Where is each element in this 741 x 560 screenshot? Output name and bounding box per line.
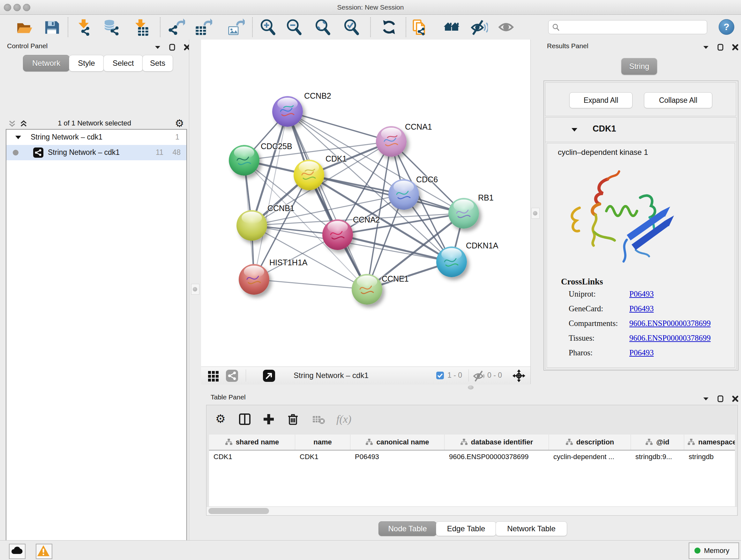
zoom-check-icon[interactable] <box>343 18 360 36</box>
main-toolbar: ? <box>0 15 741 40</box>
export-image-icon[interactable] <box>227 18 245 36</box>
scrollbar-thumb[interactable] <box>208 508 269 514</box>
crosslink-row: Compartments:9606.ENSP00000378699 <box>569 319 731 334</box>
tab-select[interactable]: Select <box>104 55 143 71</box>
copy-documents-icon[interactable] <box>411 18 428 36</box>
tab-string[interactable]: String <box>621 58 657 75</box>
column-header[interactable]: @id <box>631 435 684 450</box>
crosslink-link[interactable]: P06493 <box>629 348 654 357</box>
import-network-icon[interactable] <box>75 18 92 36</box>
warnings-button[interactable] <box>36 544 52 559</box>
tab-network-table[interactable]: Network Table <box>495 521 567 536</box>
network-node-RB1[interactable] <box>448 198 479 229</box>
delete-column-trash-icon[interactable] <box>286 412 300 426</box>
help-button[interactable]: ? <box>719 19 734 35</box>
column-header[interactable]: description <box>549 435 631 450</box>
table-cell[interactable]: cyclin-dependent ... <box>549 450 631 463</box>
network-collection-row[interactable]: String Network – cdk1 1 <box>6 130 186 145</box>
column-header[interactable]: database identifier <box>445 435 549 450</box>
table-horizontal-scrollbar[interactable] <box>206 506 737 515</box>
section-expander-icon[interactable] <box>571 127 578 133</box>
selected-nodes-checkbox[interactable] <box>436 372 444 379</box>
homes-icon[interactable] <box>443 18 460 36</box>
network-node-CDC6[interactable] <box>388 179 419 210</box>
table-cell[interactable]: 9606.ENSP00000378699 <box>445 450 549 463</box>
table-cell[interactable]: CDK1 <box>295 450 350 463</box>
network-node-CCNB1[interactable] <box>237 210 267 241</box>
network-node-CCNA2[interactable] <box>322 219 353 250</box>
tab-style[interactable]: Style <box>69 55 104 71</box>
panel-float-icon[interactable] <box>717 395 724 402</box>
panel-menu-icon[interactable] <box>702 395 710 402</box>
panel-close-icon[interactable] <box>731 395 739 402</box>
network-node-CDC25B[interactable] <box>229 145 259 176</box>
panel-close-icon[interactable] <box>731 44 739 51</box>
crosslink-link[interactable]: 9606.ENSP00000378699 <box>629 319 711 328</box>
cloud-button[interactable] <box>9 544 25 559</box>
tab-edge-table[interactable]: Edge Table <box>436 521 496 536</box>
open-folder-icon[interactable] <box>15 18 32 36</box>
expand-all-button[interactable]: Expand All <box>569 92 632 108</box>
open-in-new-window-icon[interactable] <box>262 369 276 382</box>
column-header[interactable]: namespace <box>684 435 735 450</box>
table-row[interactable]: CDK1CDK1P064939606.ENSP00000378699cyclin… <box>209 450 735 463</box>
string-badge-icon[interactable] <box>225 369 239 382</box>
search-box[interactable] <box>548 20 707 34</box>
network-node-CCNA1[interactable] <box>376 126 407 157</box>
add-column-icon[interactable] <box>262 412 276 426</box>
table-cell[interactable]: CDK1 <box>209 450 295 463</box>
network-node-CDK1[interactable] <box>293 160 324 190</box>
panel-float-icon[interactable] <box>717 44 724 51</box>
panel-float-icon[interactable] <box>169 44 176 51</box>
panel-menu-icon[interactable] <box>154 44 161 51</box>
export-network-icon[interactable] <box>168 18 185 36</box>
zoom-out-icon[interactable] <box>285 18 302 36</box>
collection-expander-icon[interactable] <box>15 135 22 140</box>
eye-slash-icon[interactable] <box>471 18 488 36</box>
horizontal-splitter[interactable] <box>201 384 741 391</box>
network-node-CDKN1A[interactable] <box>436 246 467 277</box>
import-table-icon[interactable] <box>132 18 149 36</box>
crosslink-link[interactable]: 9606.ENSP00000378699 <box>629 334 711 343</box>
import-database-icon[interactable] <box>103 18 120 36</box>
network-options-gear-icon[interactable]: ⚙ <box>175 118 184 128</box>
memory-button[interactable]: Memory <box>689 543 739 559</box>
table-cell[interactable]: P06493 <box>350 450 445 463</box>
crosslink-link[interactable]: P06493 <box>629 290 654 299</box>
left-splitter-handle[interactable] <box>191 284 199 295</box>
table-cell[interactable]: stringdb <box>684 450 735 463</box>
column-header[interactable]: name <box>295 435 350 450</box>
zoom-in-icon[interactable] <box>259 18 276 36</box>
collapse-all-button[interactable]: Collapse All <box>644 92 712 108</box>
results-panel-title: Results Panel <box>547 42 589 50</box>
network-canvas[interactable]: CCNB2CCNA1CDC25BCDK1CDC6RB1CCNB1CCNA2CDK… <box>201 40 530 367</box>
right-splitter[interactable] <box>530 40 545 384</box>
search-input[interactable] <box>562 22 704 33</box>
move-crosshair-icon[interactable] <box>512 369 526 382</box>
refresh-arrows-icon[interactable] <box>381 18 398 36</box>
tab-node-table[interactable]: Node Table <box>379 521 436 536</box>
crosslink-link[interactable]: P06493 <box>629 304 654 313</box>
tab-network[interactable]: Network <box>23 55 70 71</box>
network-node-HIST1H1A[interactable] <box>239 264 269 295</box>
show-columns-icon[interactable] <box>238 412 252 426</box>
network-node-CCNE1[interactable] <box>352 274 382 305</box>
table-cell[interactable]: stringdb:9... <box>631 450 684 463</box>
zoom-fit-icon[interactable] <box>314 18 331 36</box>
column-header[interactable]: canonical name <box>350 435 445 450</box>
network-row[interactable]: String Network – cdk1 11 48 <box>6 145 186 160</box>
right-splitter-handle[interactable] <box>531 208 540 219</box>
expand-collapse-row: Expand All Collapse All <box>545 82 736 116</box>
table-settings-gear-icon[interactable]: ⚙ <box>213 412 227 426</box>
save-floppy-icon[interactable] <box>42 18 59 36</box>
horizontal-splitter-handle[interactable] <box>468 385 474 389</box>
hidden-eye-icon[interactable] <box>472 369 486 382</box>
left-splitter[interactable] <box>189 40 202 540</box>
panel-menu-icon[interactable] <box>702 44 710 51</box>
protein-section-header[interactable]: CDK1 <box>545 118 736 142</box>
grid-view-icon[interactable] <box>207 369 220 382</box>
column-header[interactable]: shared name <box>209 435 295 450</box>
network-node-CCNB2[interactable] <box>272 96 303 127</box>
export-table-icon[interactable] <box>195 18 212 36</box>
tab-sets[interactable]: Sets <box>142 55 173 71</box>
